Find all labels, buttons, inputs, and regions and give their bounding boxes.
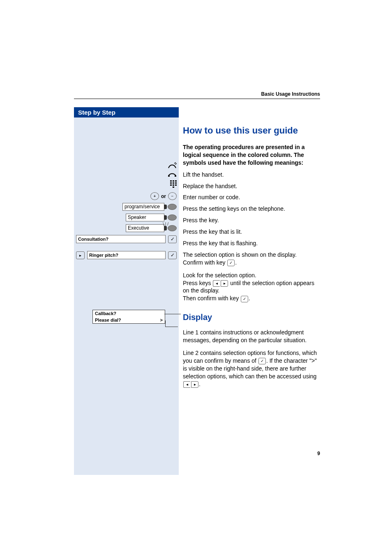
- speaker-row: Speaker: [74, 214, 179, 221]
- check-key-icon: ✓: [241, 296, 248, 302]
- svg-rect-4: [175, 180, 177, 182]
- svg-rect-2: [170, 180, 172, 182]
- program-service-key-icon: program/service: [122, 203, 177, 211]
- page-number: 9: [317, 451, 320, 456]
- step-by-step-header: Step by Step: [74, 107, 179, 117]
- executive-key-icon: \ | / Executive: [126, 224, 177, 232]
- svg-rect-3: [173, 180, 174, 182]
- keypad-row: [74, 180, 179, 189]
- check-key-icon: ✓: [227, 260, 235, 266]
- ringer-pitch-row: ▸ Ringer pitch? ✓: [74, 251, 179, 259]
- desc-lift-handset: Lift the handset.: [183, 171, 320, 179]
- display-mockup: Callback? Please dial? >: [92, 310, 165, 324]
- manual-page: Basic Usage Instructions 9 Step by Step: [0, 0, 392, 555]
- callout-line-1: [164, 314, 181, 314]
- svg-rect-0: [168, 175, 170, 177]
- running-head: Basic Usage Instructions: [261, 91, 320, 97]
- desc-press-key-lit: Press the key that is lit.: [183, 228, 320, 236]
- desc-look-for-selection: Look for the selection option. Press key…: [183, 272, 320, 303]
- desc-enter-number: Enter number or code.: [183, 193, 320, 201]
- display-more-indicator: >: [160, 318, 163, 322]
- plus-minus-row: + or −: [74, 192, 179, 200]
- replace-handset-row: [74, 172, 179, 180]
- svg-rect-6: [173, 182, 174, 184]
- program-service-row: program/service: [74, 203, 179, 211]
- step-by-step-column: + or − program/service Speaker \ | / Exe…: [74, 117, 179, 475]
- confirm-key-icon: ✓: [168, 235, 177, 243]
- svg-rect-5: [170, 182, 172, 184]
- plus-key-icon: +: [150, 192, 159, 200]
- keypad-icon: [170, 180, 177, 189]
- desc-press-key: Press the key.: [183, 216, 320, 224]
- svg-rect-7: [175, 182, 177, 184]
- desc-replace-handset: Replace the handset.: [183, 182, 320, 190]
- svg-rect-1: [175, 175, 176, 177]
- lift-handset-icon: [168, 162, 177, 170]
- lift-handset-row: [74, 162, 179, 170]
- or-label: or: [161, 193, 166, 199]
- replace-handset-icon: [168, 172, 177, 180]
- ringer-pitch-prompt: Ringer pitch?: [87, 251, 166, 259]
- desc-display-line2: Line 2 contains selection options for fu…: [183, 349, 320, 388]
- section-heading-how-to: How to use this user guide: [183, 125, 320, 136]
- desc-selection-shown: The selection option is shown on the dis…: [183, 251, 320, 267]
- header-rule: [74, 99, 320, 99]
- speaker-key-icon: Speaker: [126, 214, 177, 221]
- callout-line-2: [165, 320, 178, 327]
- desc-setting-keys: Press the setting keys on the telephone.: [183, 205, 320, 213]
- desc-press-key-flashing: Press the key that is flashing.: [183, 240, 320, 247]
- display-line-2: Please dial? >: [93, 317, 165, 323]
- svg-rect-11: [173, 187, 174, 188]
- svg-rect-10: [175, 184, 177, 186]
- consultation-row: Consultation? ✓: [74, 235, 179, 243]
- confirm-key-icon: ✓: [168, 251, 177, 259]
- left-arrow-key-icon: ◂: [213, 280, 220, 287]
- desc-display-line1: Line 1 contains instructions or acknowle…: [183, 329, 320, 344]
- right-arrow-key-icon: ▸: [191, 381, 198, 388]
- display-line-1: Callback?: [93, 310, 165, 317]
- left-arrow-key-icon: ◂: [183, 381, 190, 388]
- right-arrow-key-icon: ▸: [76, 251, 85, 259]
- right-arrow-key-icon: ▸: [221, 280, 228, 287]
- flashing-rays-icon: \ | /: [163, 222, 168, 226]
- main-content: How to use this user guide The operating…: [183, 107, 320, 393]
- section-heading-display: Display: [183, 313, 320, 322]
- minus-key-icon: −: [168, 192, 177, 200]
- check-key-icon: ✓: [258, 358, 266, 364]
- consultation-prompt: Consultation?: [76, 235, 166, 243]
- intro-paragraph: The operating procedures are presented i…: [183, 143, 320, 167]
- executive-row: \ | / Executive: [74, 224, 179, 232]
- svg-rect-9: [173, 184, 174, 186]
- svg-rect-8: [170, 184, 172, 186]
